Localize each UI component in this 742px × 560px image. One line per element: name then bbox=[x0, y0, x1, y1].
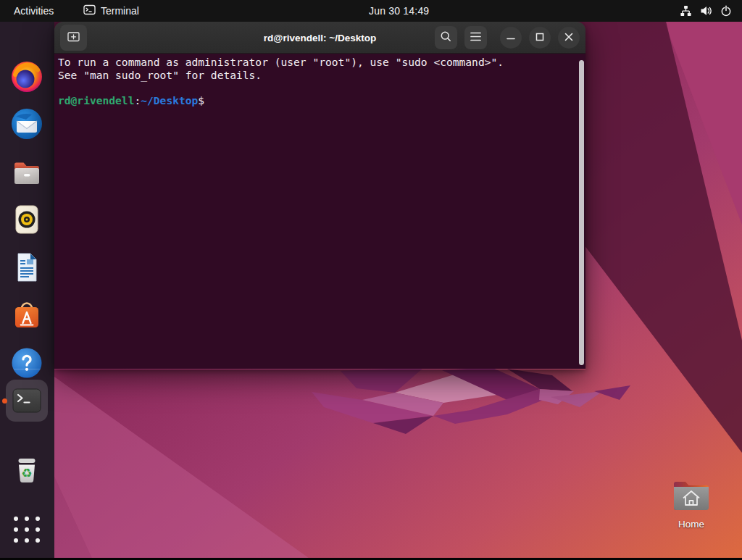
prompt-symbol: $ bbox=[198, 94, 204, 106]
terminal-output-area[interactable]: To run a command as administrator (user … bbox=[54, 54, 585, 369]
dock-item-terminal[interactable] bbox=[6, 380, 48, 422]
activities-button[interactable]: Activities bbox=[11, 0, 57, 22]
focused-app-name: Terminal bbox=[101, 5, 139, 17]
system-status-area[interactable] bbox=[680, 0, 732, 22]
terminal-titlebar[interactable]: rd@rivendell: ~/Desktop bbox=[54, 22, 585, 54]
dock-item-libreoffice-writer[interactable] bbox=[9, 250, 44, 285]
new-tab-button[interactable] bbox=[60, 25, 87, 51]
terminal-scrollbar[interactable] bbox=[579, 60, 584, 365]
close-button[interactable] bbox=[558, 27, 580, 49]
show-applications-button[interactable] bbox=[14, 517, 41, 543]
hamburger-menu-icon bbox=[470, 31, 481, 44]
terminal-output-line: See "man sudo_root" for details. bbox=[58, 69, 575, 82]
dock-separator bbox=[14, 369, 41, 369]
dock-item-help[interactable] bbox=[9, 346, 44, 380]
terminal-blank-line bbox=[58, 81, 575, 94]
minimize-icon bbox=[507, 31, 515, 44]
home-folder-icon bbox=[670, 475, 712, 516]
terminal-prompt-line: rd@rivendell:~/Desktop$ bbox=[58, 94, 575, 107]
search-button[interactable] bbox=[435, 26, 457, 49]
terminal-running-indicator bbox=[2, 398, 7, 404]
dock-item-trash[interactable]: ♻ bbox=[9, 453, 44, 488]
window-title: rd@rivendell: ~/Desktop bbox=[264, 32, 376, 43]
dock-item-rhythmbox[interactable] bbox=[9, 202, 44, 237]
top-bar: Activities Terminal Jun 30 14:49 bbox=[0, 0, 742, 22]
prompt-user-host: rd@rivendell bbox=[58, 94, 134, 106]
close-icon bbox=[564, 31, 573, 44]
power-icon bbox=[720, 5, 732, 17]
search-icon bbox=[440, 30, 452, 46]
dock: ♻ bbox=[0, 22, 54, 558]
network-icon bbox=[680, 5, 692, 17]
terminal-app-icon bbox=[83, 4, 96, 17]
maximize-icon bbox=[535, 31, 544, 44]
terminal-window: rd@rivendell: ~/Desktop bbox=[54, 22, 585, 369]
maximize-button[interactable] bbox=[529, 27, 551, 49]
prompt-path: ~/Desktop bbox=[141, 94, 198, 106]
dock-item-firefox[interactable] bbox=[9, 59, 44, 94]
desktop-home-folder[interactable]: Home bbox=[663, 475, 720, 530]
dock-item-files[interactable] bbox=[9, 154, 44, 189]
terminal-output-line: To run a command as administrator (user … bbox=[58, 56, 575, 69]
prompt-separator: : bbox=[134, 94, 141, 106]
focused-app-menu[interactable]: Terminal bbox=[83, 0, 139, 22]
menu-button[interactable] bbox=[464, 26, 487, 49]
dock-item-ubuntu-software[interactable] bbox=[9, 298, 44, 333]
volume-icon bbox=[700, 5, 712, 17]
home-folder-label: Home bbox=[678, 519, 704, 530]
clock-menu[interactable]: Jun 30 14:49 bbox=[369, 0, 429, 22]
dock-item-thunderbird[interactable] bbox=[9, 106, 44, 141]
recycle-glyph: ♻ bbox=[21, 466, 32, 480]
minimize-button[interactable] bbox=[500, 27, 522, 49]
new-tab-icon bbox=[67, 30, 80, 46]
